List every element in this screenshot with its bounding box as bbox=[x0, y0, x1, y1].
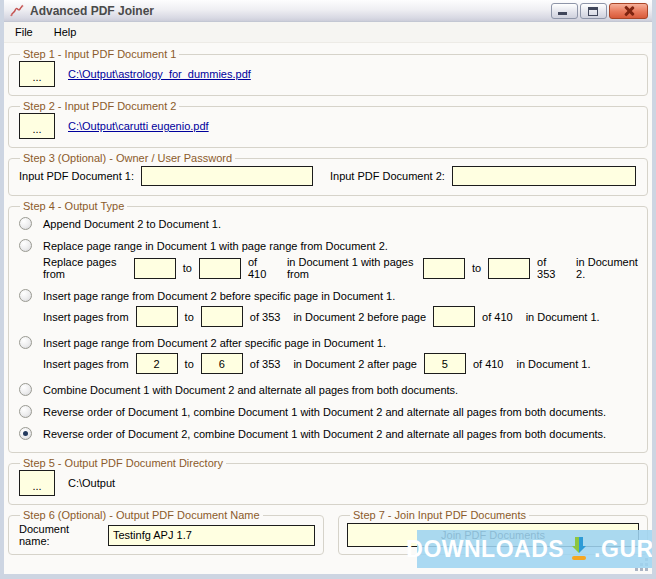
app-window: Advanced PDF Joiner File Help Step 1 - I… bbox=[0, 0, 656, 579]
document-name-label: Document name: bbox=[19, 523, 100, 547]
insert-after-row: Insert pages from to of 353 in Document … bbox=[43, 353, 639, 374]
replace-from2-input[interactable] bbox=[423, 258, 465, 279]
maximize-icon bbox=[588, 7, 598, 16]
replace-to-input[interactable] bbox=[199, 258, 241, 279]
replace-range-row: Replace pages from to of 410 in Document… bbox=[43, 256, 639, 280]
step2-browse-button[interactable]: ... bbox=[19, 113, 55, 139]
radio-reverse-doc2-label: Reverse order of Document 2, combine Doc… bbox=[43, 428, 606, 440]
password-doc1-label: Input PDF Document 1: bbox=[19, 170, 134, 182]
window-title: Advanced PDF Joiner bbox=[30, 4, 551, 18]
radio-combine-alternate-label: Combine Document 1 with Document 2 and a… bbox=[43, 384, 458, 396]
step6-title: Step 6 (Optional) - Output PDF Document … bbox=[20, 509, 263, 521]
inserta-to-input[interactable] bbox=[201, 353, 243, 374]
menu-help[interactable]: Help bbox=[52, 24, 79, 40]
insertb-from-input[interactable] bbox=[136, 306, 178, 327]
radio-append-label: Append Document 2 to Document 1. bbox=[43, 218, 221, 230]
replace-of-410: of 410 bbox=[248, 256, 274, 280]
inserta-from-label: Insert pages from bbox=[43, 358, 129, 370]
password-doc2-input[interactable] bbox=[452, 166, 636, 186]
replace-to2-label: to bbox=[472, 262, 481, 274]
close-icon bbox=[623, 5, 635, 17]
maximize-button[interactable] bbox=[580, 3, 607, 19]
step4-title: Step 4 - Output Type bbox=[20, 200, 127, 212]
insertb-end-label: in Document 1. bbox=[526, 311, 600, 323]
inserta-end-label: in Document 1. bbox=[517, 358, 591, 370]
radio-insert-after-label: Insert page range from Document 2 after … bbox=[43, 337, 386, 349]
step4-group: Step 4 - Output Type Append Document 2 t… bbox=[8, 200, 648, 453]
join-documents-button[interactable]: Join PDF Documents bbox=[347, 523, 639, 547]
radio-reverse-doc1-label: Reverse order of Document 1, combine Doc… bbox=[43, 406, 606, 418]
step1-title: Step 1 - Input PDF Document 1 bbox=[20, 48, 179, 60]
radio-append[interactable] bbox=[19, 217, 32, 230]
radio-insert-before-label: Insert page range from Document 2 before… bbox=[43, 290, 395, 302]
insertb-page-input[interactable] bbox=[433, 306, 475, 327]
minimize-icon bbox=[558, 12, 567, 15]
step5-title: Step 5 - Output PDF Document Directory bbox=[20, 457, 226, 469]
titlebar: Advanced PDF Joiner bbox=[4, 0, 652, 22]
close-button[interactable] bbox=[609, 3, 648, 19]
window-controls bbox=[551, 3, 648, 19]
client-area: Step 1 - Input PDF Document 1 ... C:\Out… bbox=[4, 43, 652, 555]
inserta-of-410: of 410 bbox=[473, 358, 504, 370]
insertb-from-label: Insert pages from bbox=[43, 311, 129, 323]
radio-replace-range-label: Replace page range in Document 1 with pa… bbox=[43, 240, 388, 252]
menubar: File Help bbox=[4, 22, 652, 43]
step2-title: Step 2 - Input PDF Document 2 bbox=[20, 100, 179, 112]
step1-group: Step 1 - Input PDF Document 1 ... C:\Out… bbox=[8, 48, 648, 96]
step2-group: Step 2 - Input PDF Document 2 ... C:\Out… bbox=[8, 100, 648, 148]
resize-grip[interactable] bbox=[634, 557, 649, 572]
step1-file-link[interactable]: C:\Output\astrology_for_dummies.pdf bbox=[68, 68, 251, 80]
insertb-to-input[interactable] bbox=[201, 306, 243, 327]
inserta-of-353: of 353 bbox=[250, 358, 281, 370]
insertb-to-label: to bbox=[185, 311, 194, 323]
step3-title: Step 3 (Optional) - Owner / User Passwor… bbox=[20, 152, 235, 164]
radio-reverse-doc2[interactable] bbox=[19, 427, 32, 440]
menu-file[interactable]: File bbox=[13, 24, 35, 40]
insertb-mid-label: in Document 2 before page bbox=[293, 311, 426, 323]
radio-insert-after[interactable] bbox=[19, 336, 32, 349]
password-doc1-input[interactable] bbox=[141, 166, 313, 186]
replace-to-label: to bbox=[183, 262, 192, 274]
step6-group: Step 6 (Optional) - Output PDF Document … bbox=[8, 509, 324, 555]
insert-before-row: Insert pages from to of 353 in Document … bbox=[43, 306, 639, 327]
inserta-page-input[interactable] bbox=[424, 353, 466, 374]
minimize-button[interactable] bbox=[551, 3, 578, 19]
radio-replace-range[interactable] bbox=[19, 239, 32, 252]
step5-browse-button[interactable]: ... bbox=[19, 470, 55, 496]
step5-group: Step 5 - Output PDF Document Directory .… bbox=[8, 457, 648, 505]
step7-group: Step 7 - Join Input PDF Documents Join P… bbox=[338, 509, 648, 555]
output-directory-path: C:\Output bbox=[68, 477, 115, 489]
app-icon bbox=[9, 3, 25, 19]
insertb-of-353: of 353 bbox=[250, 311, 281, 323]
insertb-of-410: of 410 bbox=[482, 311, 513, 323]
step2-file-link[interactable]: C:\Output\carutti eugenio.pdf bbox=[68, 120, 209, 132]
step3-group: Step 3 (Optional) - Owner / User Passwor… bbox=[8, 152, 648, 196]
replace-from-input[interactable] bbox=[134, 258, 176, 279]
step1-browse-button[interactable]: ... bbox=[19, 61, 55, 87]
inserta-from-input[interactable] bbox=[136, 353, 178, 374]
inserta-to-label: to bbox=[185, 358, 194, 370]
replace-end-label: in Document 2. bbox=[576, 256, 639, 280]
replace-from-label: Replace pages from bbox=[43, 256, 127, 280]
step7-title: Step 7 - Join Input PDF Documents bbox=[350, 509, 529, 521]
replace-of-353: of 353 bbox=[537, 256, 563, 280]
document-name-input[interactable] bbox=[108, 525, 315, 546]
radio-insert-before[interactable] bbox=[19, 289, 32, 302]
inserta-mid-label: in Document 2 after page bbox=[293, 358, 417, 370]
replace-to2-input[interactable] bbox=[488, 258, 530, 279]
radio-reverse-doc1[interactable] bbox=[19, 405, 32, 418]
radio-combine-alternate[interactable] bbox=[19, 383, 32, 396]
replace-mid-label: in Document 1 with pages from bbox=[287, 256, 416, 280]
password-doc2-label: Input PDF Document 2: bbox=[330, 170, 445, 182]
